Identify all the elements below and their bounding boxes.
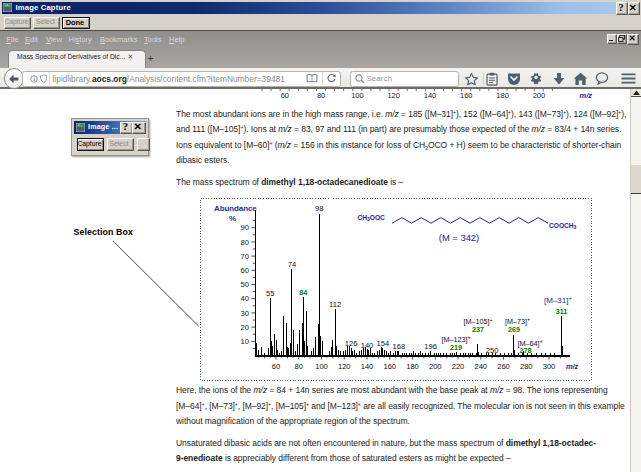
svg-text:COOCH3: COOCH3 [549,222,577,231]
svg-text:140: 140 [424,91,437,100]
svg-text:70: 70 [241,252,249,261]
svg-text:80: 80 [317,91,325,100]
svg-text:160: 160 [460,91,473,100]
svg-text:219: 219 [450,343,462,352]
svg-text:30: 30 [241,309,249,318]
svg-text:80: 80 [241,238,249,247]
svg-text:220: 220 [452,362,465,371]
svg-text:[M–31]+: [M–31]+ [544,295,572,305]
svg-text:84: 84 [299,288,307,297]
svg-text:[M–123]+: [M–123]+ [441,334,470,344]
svg-text:60: 60 [272,362,280,371]
svg-text:168: 168 [393,342,406,351]
svg-text:269: 269 [508,325,520,334]
svg-text:[M–105]+: [M–105]+ [463,317,492,327]
svg-text:100: 100 [351,91,364,100]
svg-text:180: 180 [406,362,419,371]
svg-text:m/z: m/z [566,362,579,371]
svg-text:90: 90 [241,223,249,232]
svg-text:280: 280 [520,362,533,371]
svg-text:120: 120 [338,362,351,371]
svg-text:80: 80 [295,362,303,371]
svg-text:98: 98 [315,204,323,213]
svg-text:140: 140 [361,362,374,371]
svg-text:60: 60 [281,91,289,100]
svg-text:240: 240 [474,362,487,371]
svg-text:60: 60 [241,266,249,275]
svg-text:m/z: m/z [580,91,593,100]
svg-text:(M = 342): (M = 342) [439,232,479,243]
svg-text:196: 196 [424,342,437,351]
svg-text:300: 300 [543,362,556,371]
svg-text:154: 154 [377,339,390,348]
svg-text:40: 40 [241,294,249,303]
svg-text:74: 74 [288,260,296,269]
svg-text:200: 200 [429,362,442,371]
svg-text:126: 126 [345,339,358,348]
svg-text:[M–64]+: [M–64]+ [517,338,542,348]
svg-text:260: 260 [497,362,510,371]
svg-text:311: 311 [556,307,568,316]
svg-text:55: 55 [266,289,274,298]
svg-text:140: 140 [361,341,374,350]
svg-text:120: 120 [387,91,400,100]
svg-text:112: 112 [329,300,341,309]
svg-text:200: 200 [533,91,546,100]
svg-text:250: 250 [486,346,499,355]
svg-text:%: % [229,214,236,223]
svg-text:100: 100 [315,362,328,371]
svg-text:20: 20 [241,323,249,332]
svg-text:50: 50 [241,280,249,289]
svg-text:10: 10 [241,337,249,346]
svg-text:237: 237 [472,325,484,334]
svg-text:CH3OOC: CH3OOC [358,214,386,223]
svg-text:160: 160 [383,362,396,371]
svg-text:Abundance: Abundance [214,204,257,213]
svg-text:180: 180 [496,91,509,100]
svg-text:[M–73]+: [M–73]+ [505,316,530,326]
